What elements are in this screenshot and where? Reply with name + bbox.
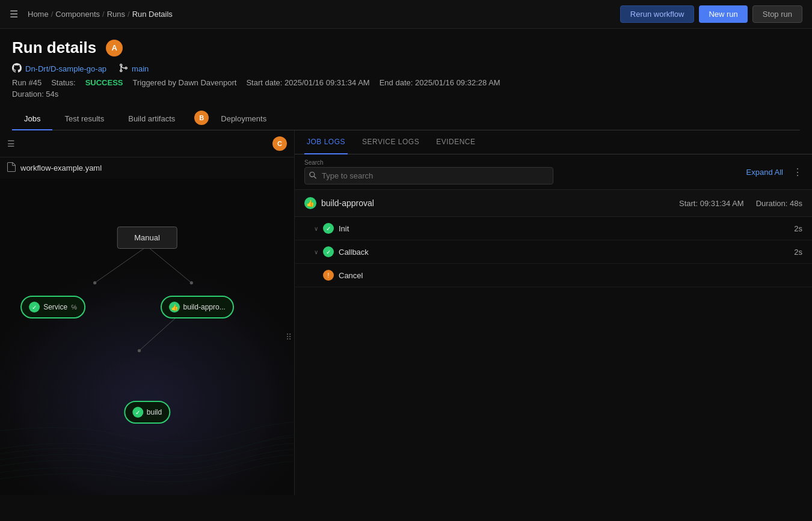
branch-link[interactable]: main [118,63,149,75]
breadcrumb: ☰ Home / Components / Runs / Run Details [10,8,173,20]
duration-row: Duration: 54s [12,90,800,99]
job-start-time: Start: 09:31:34 AM [679,199,744,208]
title-row: Run details A [12,38,800,57]
search-row: Search Expand All ⋮ [295,154,812,190]
file-icon [7,162,16,174]
manual-node[interactable]: Manual [117,227,177,249]
step-check-callback: ✓ [323,246,334,257]
end-date: End date: 2025/01/16 09:32:28 AM [380,78,500,87]
run-number: Run #45 [12,78,42,87]
sidebar-toggle-icon[interactable]: ☰ [7,139,15,148]
expand-all-button[interactable]: Expand All [746,168,783,177]
step-name-init: Init [339,224,794,233]
annotation-c: C [272,136,287,151]
nav-buttons: Rerun workflow New run Stop run [620,5,802,23]
status-label: Status: [51,78,75,87]
build-node[interactable]: ✓ build [124,377,170,424]
right-panel: JOB LOGS SERVICE LOGS EVIDENCE Search Ex… [295,130,812,495]
build-approval-node-label: build-appro... [183,303,226,311]
rerun-workflow-button[interactable]: Rerun workflow [620,5,695,23]
job-duration: Duration: 48s [756,199,802,208]
branch-name: main [132,64,149,73]
new-run-button[interactable]: New run [699,5,747,23]
repo-name: Dn-Drt/D-sample-go-ap [25,64,106,73]
build-approval-thumb-icon: 👍 [169,302,180,312]
annotation-a: A [106,40,123,56]
page-title: Run details [12,38,96,57]
service-extra-icon: ℅ [71,303,77,311]
split-layout: ☰ C workflow-example.yaml [0,130,812,495]
service-node[interactable]: ✓ Service ℅ [20,296,85,318]
main-tabs: Jobs Test results Build artifacts B Depl… [12,108,800,130]
file-name: workflow-example.yaml [20,163,102,172]
status-value: SUCCESS [85,78,123,87]
hamburger-icon[interactable]: ☰ [10,8,18,20]
breadcrumb-runs[interactable]: Runs [107,10,125,19]
right-panel-tabs: JOB LOGS SERVICE LOGS EVIDENCE [295,130,812,154]
job-title: build-approval [321,198,374,208]
left-panel-header: ☰ C [0,130,294,157]
file-item[interactable]: workflow-example.yaml [0,157,294,178]
build-approval-node[interactable]: 👍 build-appro... [161,296,234,318]
repo-link[interactable]: Dn-Drt/D-sample-go-ap [12,63,106,75]
build-check-icon: ✓ [132,407,143,418]
more-options-icon[interactable]: ⋮ [793,166,802,178]
service-node-label: Service [43,303,67,311]
triggered-by: Triggered by Dawn Davenport [132,78,236,87]
step-duration-callback: 2s [794,248,802,257]
build-node-label: build [147,408,162,416]
drag-handle[interactable]: ⠿ [283,330,294,344]
status-row: Run #45 Status: SUCCESS Triggered by Daw… [12,78,800,87]
top-nav: ☰ Home / Components / Runs / Run Details… [0,0,812,29]
job-header-row[interactable]: 👍 build-approval Start: 09:31:34 AM Dura… [295,190,812,217]
step-row-cancel[interactable]: ∨ ! Cancel [295,264,812,287]
job-meta: Start: 09:31:34 AM Duration: 48s [679,199,802,208]
chevron-down-icon-callback: ∨ [314,249,318,255]
graph-area[interactable]: Manual ✓ Service ℅ 👍 build-appro... [0,178,294,495]
step-name-callback: Callback [339,248,794,257]
chevron-down-icon-init: ∨ [314,225,318,232]
main-content: Run details A Dn-Drt/D-sample-go-ap main… [0,29,812,130]
manual-node-label: Manual [134,233,160,242]
start-date: Start date: 2025/01/16 09:31:34 AM [246,78,369,87]
job-name: 👍 build-approval [304,197,679,209]
job-thumb-icon: 👍 [304,197,316,209]
tab-job-logs[interactable]: JOB LOGS [304,130,348,154]
search-input[interactable] [304,167,553,184]
tab-evidence[interactable]: EVIDENCE [434,130,478,154]
step-check-init: ✓ [323,223,334,234]
stop-run-button[interactable]: Stop run [752,5,802,23]
breadcrumb-components[interactable]: Components [55,10,100,19]
meta-links: Dn-Drt/D-sample-go-ap main [12,63,800,75]
search-label: Search [304,159,553,166]
service-check-icon: ✓ [29,302,40,312]
tab-jobs[interactable]: Jobs [12,108,52,130]
annotation-b: B [194,111,209,125]
duration: Duration: 54s [12,90,58,99]
search-icon [309,171,316,180]
step-row-init[interactable]: ∨ ✓ Init 2s [295,217,812,240]
breadcrumb-home[interactable]: Home [28,10,49,19]
step-name-cancel: Cancel [339,271,802,280]
tab-test-results[interactable]: Test results [52,108,116,130]
step-duration-init: 2s [794,224,802,233]
github-icon [12,63,22,75]
tab-deployments[interactable]: Deployments [209,108,278,130]
branch-icon [118,63,128,75]
left-panel: ☰ C workflow-example.yaml [0,130,295,495]
tab-build-artifacts[interactable]: Build artifacts [116,108,187,130]
step-row-callback[interactable]: ∨ ✓ Callback 2s [295,240,812,264]
breadcrumb-current: Run Details [132,10,173,19]
step-warn-cancel: ! [323,270,334,281]
tab-service-logs[interactable]: SERVICE LOGS [360,130,422,154]
